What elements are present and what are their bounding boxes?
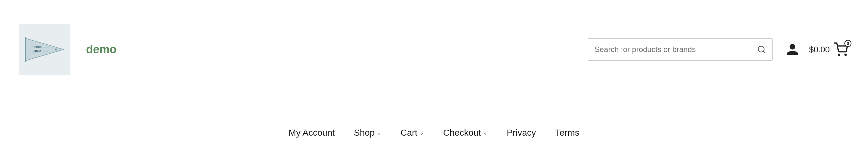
svg-marker-0 bbox=[26, 38, 64, 61]
svg-point-10 bbox=[845, 54, 846, 56]
cart-icon-container: 0 bbox=[833, 43, 849, 56]
shop-chevron-icon: ⌄ bbox=[377, 129, 381, 136]
cart-button[interactable]: $0.00 0 bbox=[809, 43, 849, 56]
site-header: WORD PRESS demo $0.00 bbox=[0, 0, 868, 99]
nav-item-shop[interactable]: Shop ⌄ bbox=[354, 128, 381, 138]
nav-label-privacy: Privacy bbox=[507, 128, 536, 138]
svg-point-9 bbox=[839, 54, 840, 56]
svg-text:PRESS: PRESS bbox=[33, 50, 41, 52]
nav-label-checkout: Checkout bbox=[443, 128, 481, 138]
svg-line-8 bbox=[763, 51, 765, 53]
logo-container[interactable]: WORD PRESS bbox=[19, 24, 70, 75]
nav-item-cart[interactable]: Cart ⌄ bbox=[401, 128, 424, 138]
logo-image: WORD PRESS bbox=[24, 35, 65, 64]
search-bar bbox=[588, 38, 773, 61]
nav-label-terms: Terms bbox=[555, 128, 579, 138]
search-input[interactable] bbox=[595, 45, 754, 54]
nav-label-shop: Shop bbox=[354, 128, 375, 138]
site-title[interactable]: demo bbox=[86, 43, 117, 56]
checkout-chevron-icon: ⌄ bbox=[483, 129, 488, 136]
nav-item-privacy[interactable]: Privacy bbox=[507, 128, 536, 138]
cart-chevron-icon: ⌄ bbox=[419, 129, 424, 136]
nav-item-my-account[interactable]: My Account bbox=[289, 128, 335, 138]
account-button[interactable] bbox=[785, 43, 800, 56]
nav-item-terms[interactable]: Terms bbox=[555, 128, 579, 138]
header-actions: $0.00 0 bbox=[785, 43, 849, 56]
svg-text:WORD: WORD bbox=[33, 46, 42, 49]
svg-point-4 bbox=[55, 49, 57, 50]
nav-label-my-account: My Account bbox=[289, 128, 335, 138]
user-icon bbox=[785, 43, 800, 56]
search-icon bbox=[757, 45, 766, 54]
main-navigation: My Account Shop ⌄ Cart ⌄ Checkout ⌄ Priv… bbox=[0, 99, 868, 166]
nav-item-checkout[interactable]: Checkout ⌄ bbox=[443, 128, 488, 138]
cart-badge: 0 bbox=[844, 40, 851, 47]
nav-label-cart: Cart bbox=[401, 128, 417, 138]
search-button[interactable] bbox=[757, 45, 766, 54]
cart-price: $0.00 bbox=[809, 45, 830, 55]
